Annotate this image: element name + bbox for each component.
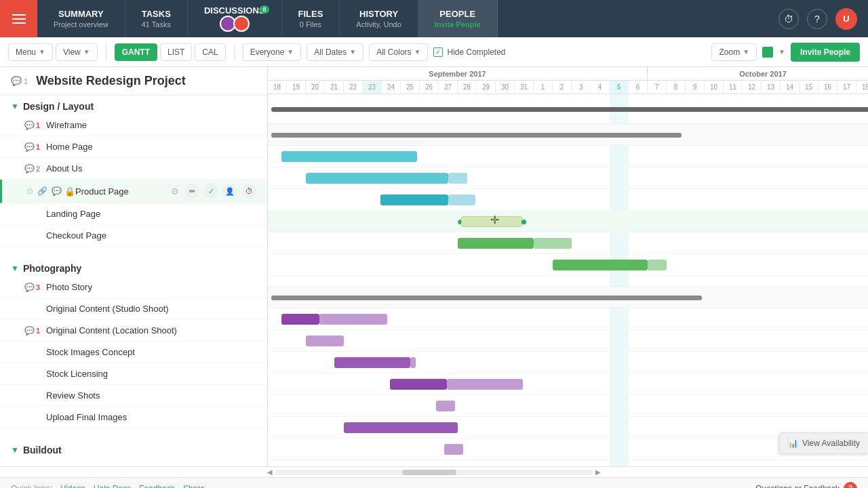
invite-people-button[interactable]: Invite People <box>791 43 860 62</box>
top-navigation: SUMMARY Project overview TASKS 41 Tasks … <box>0 0 868 37</box>
task-row-aboutus[interactable]: 💬 2 About Us <box>0 158 267 180</box>
task-row-photostory[interactable]: 💬 3 Photo Story <box>0 277 267 298</box>
hide-completed-toggle[interactable]: Hide Completed <box>433 47 505 57</box>
scrollbar-row: ◀ ▶ <box>0 466 868 477</box>
task-name-wireframe: Wireframe <box>46 120 256 130</box>
quicklink-share[interactable]: Share <box>183 484 205 489</box>
section-name-photography: Photography <box>23 263 81 274</box>
settings-icon: ⚙ <box>171 186 179 197</box>
section-photography[interactable]: ▼ Photography <box>0 258 267 277</box>
clock-icon[interactable]: ⏱ <box>778 9 799 29</box>
task-row-stockimages[interactable]: Stock Images Concept <box>0 342 267 363</box>
bar-aboutus-ext <box>448 195 475 205</box>
section-design-layout[interactable]: ▼ Design / Layout <box>0 96 267 115</box>
bar-aboutus <box>380 195 448 205</box>
task-row-homepage[interactable]: 💬 1 Home Page <box>0 136 267 158</box>
section-toggle-buildout[interactable]: ▼ <box>11 445 19 455</box>
bar-reviewshots <box>344 422 458 433</box>
gantt-body: ✛ <box>268 94 868 466</box>
nav-tabs: SUMMARY Project overview TASKS 41 Tasks … <box>37 0 778 37</box>
task-comment-photostory: 💬 3 <box>24 283 41 292</box>
tab-tasks[interactable]: TASKS 41 Tasks <box>125 0 188 37</box>
menu-view-group: Menu ▼ View ▼ <box>8 43 98 61</box>
scroll-right-arrow[interactable]: ▶ <box>593 467 604 478</box>
task-row-productpage[interactable]: ⊙ 🔗 💬 🔒 Product Page ⚙ ✏ ✓ 👤 ⏱ <box>0 180 267 203</box>
all-dates-filter[interactable]: All Dates ▼ <box>307 43 363 61</box>
bottom-bar: Quick links: Videos Help Docs Feedback S… <box>0 477 868 488</box>
task-row-wireframe[interactable]: 💬 1 Wireframe <box>0 115 267 136</box>
person-action-icon[interactable]: 👤 <box>222 184 237 199</box>
task-name-aboutus: About Us <box>46 163 256 174</box>
everyone-filter[interactable]: Everyone ▼ <box>243 43 302 61</box>
gantt-gap-1 <box>268 276 868 287</box>
task-comment-homepage: 💬 1 <box>24 142 41 152</box>
color-chevron-icon[interactable]: ▼ <box>778 48 785 56</box>
gantt-row-design-section <box>268 124 868 146</box>
section-buildout[interactable]: ▼ Buildout <box>0 439 267 458</box>
section-toggle-design[interactable]: ▼ <box>11 102 19 111</box>
tab-files[interactable]: FILES 0 Files <box>282 0 340 37</box>
section-toggle-photography[interactable]: ▼ <box>11 264 19 273</box>
task-name-landingpage: Landing Page <box>46 209 256 219</box>
task-row-reviewshots[interactable]: Review Shots <box>0 385 267 407</box>
gantt-btn[interactable]: GANTT <box>115 43 157 61</box>
bar-originalstudio <box>306 336 344 346</box>
bar-productpage-end <box>521 220 526 224</box>
quicklink-feedback[interactable]: Feedback <box>139 484 175 489</box>
task-row-uploadfinal[interactable]: Upload Final Images <box>0 407 267 428</box>
cal-btn[interactable]: CAL <box>195 43 225 61</box>
quicklink-helpdocs[interactable]: Help Docs <box>94 484 131 489</box>
bar-checkoutpage-ext <box>648 260 667 270</box>
section-name-buildout: Buildout <box>23 445 62 455</box>
user-avatar[interactable]: U <box>835 8 857 30</box>
quicklink-videos[interactable]: Videos <box>60 484 85 489</box>
help-icon[interactable]: ? <box>807 9 827 29</box>
gantt-row-reviewshots <box>268 417 868 439</box>
scroll-left-arrow[interactable]: ◀ <box>264 467 275 478</box>
bar-homepage-ext <box>448 173 467 184</box>
gantt-row-stockimages <box>268 373 868 395</box>
lock-icon: 🔒 <box>64 186 75 197</box>
task-row-landingpage[interactable]: Landing Page <box>0 203 267 225</box>
gantt-row-productpage[interactable]: ✛ <box>268 211 868 232</box>
tab-history[interactable]: HISTORY Activity, Undo <box>340 0 418 37</box>
questions-feedback-btn[interactable]: Questions or Feedback ? <box>755 482 857 489</box>
comment-bubble-icon: 💬 <box>24 121 35 130</box>
view-button[interactable]: View ▼ <box>56 43 98 61</box>
zoom-button[interactable]: Zoom ▼ <box>711 43 757 61</box>
task-row-originallocation[interactable]: 💬 1 Original Content (Location Shoot) <box>0 320 267 342</box>
list-btn[interactable]: LIST <box>160 43 192 61</box>
view-mode-group: GANTT LIST CAL <box>115 43 226 61</box>
menu-button[interactable]: Menu ▼ <box>8 43 53 61</box>
task-comment-originallocation: 💬 1 <box>24 326 41 336</box>
bar-checkoutpage <box>553 260 648 270</box>
hamburger-menu[interactable] <box>0 0 37 37</box>
task-row-originalstudio[interactable]: Original Content (Studio Shoot) <box>0 298 267 320</box>
view-availability-button[interactable]: 📊 View Availability <box>779 432 868 454</box>
gantt-row-homepage <box>268 167 868 189</box>
gantt-row-checkoutpage <box>268 254 868 276</box>
task-row-checkoutpage[interactable]: Checkout Page <box>0 225 267 247</box>
task-icons-productpage: ⊙ 🔗 💬 <box>26 186 62 196</box>
check-action-icon[interactable]: ✓ <box>203 184 218 199</box>
all-colors-filter[interactable]: All Colors ▼ <box>369 43 428 61</box>
spacer-1 <box>0 247 267 258</box>
task-name-productpage: Product Page <box>75 186 171 197</box>
date-header: 18 19 20 21 22 23 24 25 26 27 28 29 30 3… <box>268 81 868 94</box>
task-row-stocklicensing[interactable]: Stock Licensing <box>0 363 267 385</box>
feedback-icon: ? <box>844 482 857 489</box>
gantt-row-originallocation <box>268 352 868 373</box>
clock-action-icon[interactable]: ⏱ <box>241 184 256 199</box>
tab-summary[interactable]: SUMMARY Project overview <box>37 0 125 37</box>
bar-chart-icon: 📊 <box>788 439 798 448</box>
scrollbar-thumb[interactable] <box>402 470 456 475</box>
tab-people[interactable]: PEOPLE Invite People <box>418 0 498 37</box>
comment-bubble-icon: 💬 <box>24 283 35 292</box>
task-comment-aboutus: 💬 2 <box>24 164 41 174</box>
divider-1 <box>106 44 106 60</box>
task-name-homepage: Home Page <box>46 142 256 152</box>
scrollbar-track[interactable] <box>275 470 593 475</box>
tab-discussions[interactable]: DISCUSSIONS 8 <box>188 0 282 37</box>
edit-action-icon[interactable]: ✏ <box>184 184 199 199</box>
spacer-2 <box>0 428 267 439</box>
